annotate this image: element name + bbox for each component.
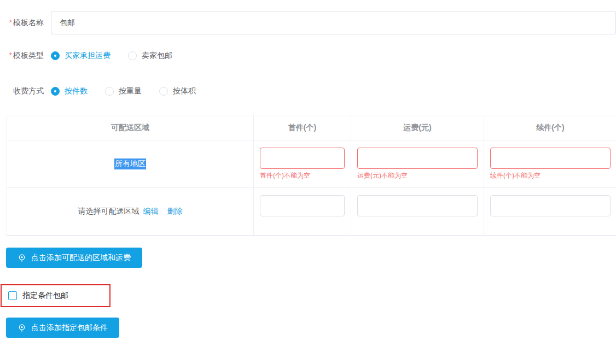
add-region-button[interactable]: 点击添加可配送的区域和运费 — [6, 248, 142, 268]
conditional-free-shipping-label: 指定条件包邮 — [22, 291, 68, 301]
additional-piece-input[interactable] — [490, 195, 611, 216]
additional-piece-cell: 续件(个)不能为空 — [484, 140, 616, 188]
column-header-fee: 运费(元) — [351, 115, 484, 140]
additional-piece-cell — [484, 188, 616, 236]
radio-by-volume[interactable]: 按体积 — [159, 86, 196, 96]
location-pin-icon — [18, 324, 26, 332]
delete-link[interactable]: 删除 — [167, 207, 183, 216]
radio-seller-free[interactable]: 卖家包邮 — [128, 51, 172, 61]
all-regions-text[interactable]: 所有地区 — [114, 158, 146, 169]
template-type-row: *模板类型 买家承担运费 卖家包邮 — [0, 51, 190, 61]
radio-unselected-icon[interactable] — [105, 87, 114, 96]
location-pin-icon — [18, 254, 26, 262]
radio-by-piece-label: 按件数 — [65, 86, 88, 96]
select-region-text: 请选择可配送区域 — [78, 207, 140, 216]
fee-cell — [351, 188, 484, 236]
radio-buyer-pays-label: 买家承担运费 — [65, 51, 111, 61]
shipping-template-form: *模板名称 *模板类型 买家承担运费 卖家包邮 收费方式 按件数 按重 — [0, 0, 616, 364]
fee-input[interactable] — [357, 195, 478, 216]
radio-by-volume-label: 按体积 — [173, 86, 196, 96]
table-row-region-cell: 请选择可配送区域 编辑 删除 — [7, 188, 254, 236]
radio-by-piece[interactable]: 按件数 — [51, 86, 88, 96]
template-type-radio-group: 买家承担运费 卖家包邮 — [51, 51, 190, 61]
column-header-additional-piece: 续件(个) — [484, 115, 616, 140]
radio-seller-free-label: 卖家包邮 — [142, 51, 172, 61]
first-piece-cell — [254, 188, 351, 236]
radio-by-weight-label: 按重量 — [119, 86, 142, 96]
column-header-first-piece: 首件(个) — [254, 115, 351, 140]
conditional-free-shipping-checkbox[interactable] — [8, 291, 17, 300]
template-name-label: *模板名称 — [0, 18, 44, 28]
template-type-label: *模板类型 — [0, 51, 44, 61]
edit-link[interactable]: 编辑 — [143, 207, 159, 216]
table-row-region-cell: 所有地区 — [7, 140, 254, 188]
template-name-input[interactable] — [51, 11, 616, 34]
conditional-free-shipping-box: 指定条件包邮 — [1, 284, 111, 307]
first-piece-input[interactable] — [260, 148, 345, 169]
radio-by-weight[interactable]: 按重量 — [105, 86, 142, 96]
add-condition-button[interactable]: 点击添加指定包邮条件 — [6, 318, 119, 338]
first-piece-input[interactable] — [260, 195, 345, 216]
first-piece-cell: 首件(个)不能为空 — [254, 140, 351, 188]
fee-error: 运费(元)不能为空 — [357, 172, 478, 179]
charge-method-radio-group: 按件数 按重量 按体积 — [51, 86, 213, 96]
fee-cell: 运费(元)不能为空 — [351, 140, 484, 188]
first-piece-error: 首件(个)不能为空 — [260, 172, 345, 179]
radio-selected-icon[interactable] — [51, 51, 60, 60]
radio-buyer-pays[interactable]: 买家承担运费 — [51, 51, 111, 61]
template-name-row: *模板名称 — [0, 11, 616, 34]
radio-unselected-icon[interactable] — [159, 87, 168, 96]
add-region-button-label: 点击添加可配送的区域和运费 — [31, 253, 131, 263]
charge-method-row: 收费方式 按件数 按重量 按体积 — [0, 86, 213, 96]
additional-piece-input[interactable] — [490, 148, 611, 169]
charge-method-label: 收费方式 — [0, 86, 44, 96]
required-asterisk: * — [9, 51, 12, 60]
shipping-fee-table: 可配送区域 首件(个) 运费(元) 续件(个) 所有地区 首件(个)不能为空 运… — [7, 115, 616, 236]
additional-piece-error: 续件(个)不能为空 — [490, 172, 611, 179]
add-condition-button-label: 点击添加指定包邮条件 — [31, 323, 108, 333]
radio-unselected-icon[interactable] — [128, 51, 137, 60]
fee-input[interactable] — [357, 148, 478, 169]
column-header-region: 可配送区域 — [7, 115, 254, 140]
radio-selected-icon[interactable] — [51, 87, 60, 96]
required-asterisk: * — [9, 18, 12, 27]
